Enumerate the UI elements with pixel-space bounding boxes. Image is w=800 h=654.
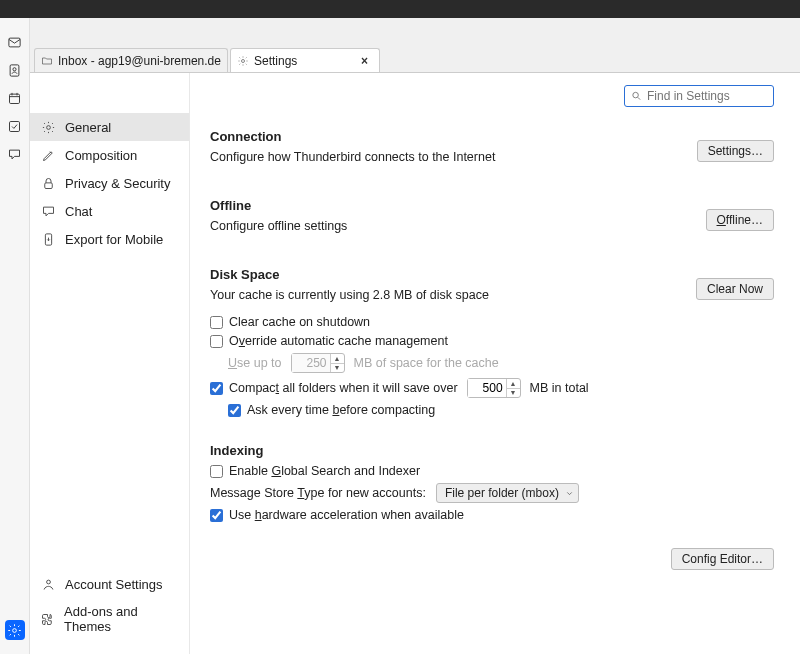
checkbox-label: Override automatic cache management xyxy=(229,334,448,348)
search-icon xyxy=(631,90,642,102)
sidebar-item-label: General xyxy=(65,120,111,135)
tab-settings[interactable]: Settings × xyxy=(230,48,380,72)
offline-button[interactable]: Offline… xyxy=(706,209,774,231)
checkbox-clear-cache-shutdown[interactable]: Clear cache on shutdown xyxy=(210,315,774,329)
number-input xyxy=(292,354,330,372)
config-editor-row: Config Editor… xyxy=(210,548,774,570)
section-title: Indexing xyxy=(210,443,774,458)
checkbox-label: Compact all folders when it will save ov… xyxy=(229,381,458,395)
sidebar-bottom: Account Settings Add-ons and Themes xyxy=(30,570,189,654)
toolbar-row xyxy=(30,18,800,48)
section-desc: Configure offline settings xyxy=(210,219,347,233)
checkbox-global-search[interactable]: Enable Global Search and Indexer xyxy=(210,464,774,478)
tab-inbox[interactable]: Inbox - agp19@uni-bremen.de xyxy=(34,48,228,72)
settings-pane: Connection Configure how Thunderbird con… xyxy=(190,73,800,654)
sidebar-item-account-settings[interactable]: Account Settings xyxy=(30,570,189,598)
section-indexing: Indexing Enable Global Search and Indexe… xyxy=(210,443,774,522)
account-icon xyxy=(40,576,56,592)
section-offline: Offline Configure offline settings Offli… xyxy=(210,198,774,241)
checkbox-input[interactable] xyxy=(228,404,241,417)
sidebar-item-addons[interactable]: Add-ons and Themes xyxy=(30,598,189,640)
search-row xyxy=(210,85,774,107)
number-input[interactable] xyxy=(468,379,506,397)
message-store-select[interactable]: File per folder (mbox) xyxy=(436,483,579,503)
checkbox-input[interactable] xyxy=(210,335,223,348)
tasks-icon[interactable] xyxy=(5,116,25,136)
checkbox-label: Ask every time before compacting xyxy=(247,403,435,417)
svg-point-10 xyxy=(46,580,50,584)
tab-strip: Inbox - agp19@uni-bremen.de Settings × xyxy=(30,48,800,72)
tab-label: Inbox - agp19@uni-bremen.de xyxy=(58,54,221,68)
mail-icon[interactable] xyxy=(5,32,25,52)
sidebar-item-label: Chat xyxy=(65,204,92,219)
svg-rect-8 xyxy=(44,182,52,188)
checkbox-label: Enable Global Search and Indexer xyxy=(229,464,420,478)
sidebar-item-label: Privacy & Security xyxy=(65,176,170,191)
search-input[interactable] xyxy=(647,89,767,103)
sidebar-item-chat[interactable]: Chat xyxy=(30,197,189,225)
connection-settings-button[interactable]: Settings… xyxy=(697,140,774,162)
checkbox-override-cache[interactable]: Override automatic cache management xyxy=(210,334,774,348)
checkbox-input[interactable] xyxy=(210,316,223,329)
svg-point-11 xyxy=(633,92,639,98)
sidebar-item-label: Add-ons and Themes xyxy=(64,604,179,634)
checkbox-label: Clear cache on shutdown xyxy=(229,315,370,329)
search-input-container[interactable] xyxy=(624,85,774,107)
checkbox-hardware-accel[interactable]: Use hardware acceleration when available xyxy=(210,508,774,522)
spinner-icon: ▲▼ xyxy=(330,354,344,372)
label: Use up to xyxy=(228,356,282,370)
checkbox-input[interactable] xyxy=(210,382,223,395)
label: MB of space for the cache xyxy=(354,356,499,370)
sidebar-item-label: Composition xyxy=(65,148,137,163)
chat-icon[interactable] xyxy=(5,144,25,164)
app-root: Inbox - agp19@uni-bremen.de Settings × G… xyxy=(0,0,800,654)
pencil-icon xyxy=(40,147,56,163)
content-row: General Composition Privacy & Security xyxy=(30,72,800,654)
activity-bar xyxy=(0,0,30,654)
folder-icon xyxy=(41,55,53,67)
lock-icon xyxy=(40,175,56,191)
message-store-row: Message Store Type for new accounts: Fil… xyxy=(210,483,774,503)
sidebar-item-label: Account Settings xyxy=(65,577,163,592)
svg-rect-4 xyxy=(10,121,20,131)
checkbox-compact-folders[interactable]: Compact all folders when it will save ov… xyxy=(210,378,774,398)
chevron-down-icon xyxy=(565,489,574,498)
settings-sidebar: General Composition Privacy & Security xyxy=(30,73,190,654)
cache-size-input: ▲▼ xyxy=(291,353,345,373)
checkbox-ask-before-compact[interactable]: Ask every time before compacting xyxy=(228,403,774,417)
config-editor-button[interactable]: Config Editor… xyxy=(671,548,774,570)
sidebar-item-export[interactable]: Export for Mobile xyxy=(30,225,189,253)
select-value: File per folder (mbox) xyxy=(445,486,559,500)
close-icon[interactable]: × xyxy=(361,54,373,68)
sidebar-item-privacy[interactable]: Privacy & Security xyxy=(30,169,189,197)
checkbox-input[interactable] xyxy=(210,465,223,478)
label: Message Store Type for new accounts: xyxy=(210,486,426,500)
compact-threshold-input[interactable]: ▲▼ xyxy=(467,378,521,398)
sidebar-item-composition[interactable]: Composition xyxy=(30,141,189,169)
spinner-icon[interactable]: ▲▼ xyxy=(506,379,520,397)
tab-label: Settings xyxy=(254,54,356,68)
section-disk-space: Disk Space Your cache is currently using… xyxy=(210,267,774,417)
main-column: Inbox - agp19@uni-bremen.de Settings × G… xyxy=(30,18,800,654)
svg-point-5 xyxy=(13,628,17,632)
clear-now-button[interactable]: Clear Now xyxy=(696,278,774,300)
svg-rect-0 xyxy=(9,38,20,47)
settings-icon[interactable] xyxy=(5,620,25,640)
section-connection: Connection Configure how Thunderbird con… xyxy=(210,129,774,172)
svg-point-2 xyxy=(13,67,16,70)
addressbook-icon[interactable] xyxy=(5,60,25,80)
checkbox-input[interactable] xyxy=(210,509,223,522)
section-title: Offline xyxy=(210,198,347,213)
use-up-to-row: Use up to ▲▼ MB of space for the cache xyxy=(228,353,774,373)
svg-rect-3 xyxy=(10,94,20,103)
svg-point-7 xyxy=(46,125,50,129)
section-desc: Configure how Thunderbird connects to th… xyxy=(210,150,495,164)
gear-icon xyxy=(237,55,249,67)
chat-icon xyxy=(40,203,56,219)
gear-icon xyxy=(40,119,56,135)
sidebar-item-general[interactable]: General xyxy=(30,113,189,141)
calendar-icon[interactable] xyxy=(5,88,25,108)
checkbox-label: Use hardware acceleration when available xyxy=(229,508,464,522)
svg-point-6 xyxy=(241,59,244,62)
puzzle-icon xyxy=(40,611,55,627)
